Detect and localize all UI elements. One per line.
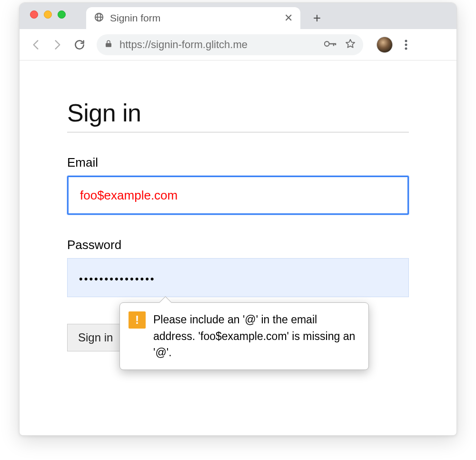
signin-button[interactable]: Sign in	[67, 324, 124, 351]
active-tab[interactable]: Signin form ✕	[86, 7, 300, 29]
password-label: Password	[67, 238, 409, 252]
svg-point-5	[405, 43, 407, 46]
browser-window: Signin form ✕ + https://signin-form.glit…	[19, 2, 457, 436]
url-text: https://signin-form.glitch.me	[119, 39, 248, 51]
toolbar: https://signin-form.glitch.me	[20, 29, 456, 60]
tab-title: Signin form	[110, 12, 160, 24]
warning-icon: !	[129, 311, 146, 329]
email-field-group: Email	[67, 155, 409, 215]
close-window-button[interactable]	[30, 10, 38, 19]
minimize-window-button[interactable]	[44, 10, 52, 19]
menu-button[interactable]	[397, 36, 415, 53]
tab-strip: Signin form ✕ +	[20, 3, 456, 29]
svg-rect-3	[335, 43, 336, 45]
window-controls	[20, 3, 66, 19]
maximize-window-button[interactable]	[58, 10, 66, 19]
svg-point-0	[325, 41, 329, 46]
svg-point-6	[405, 47, 407, 50]
reload-button[interactable]	[71, 36, 88, 53]
address-bar[interactable]: https://signin-form.glitch.me	[97, 34, 363, 55]
back-button[interactable]	[27, 36, 44, 53]
lock-icon	[104, 40, 113, 50]
page-heading: Sign in	[67, 99, 409, 132]
password-field-group: Password	[67, 238, 409, 297]
new-tab-button[interactable]: +	[307, 8, 327, 28]
key-icon[interactable]	[324, 40, 337, 50]
svg-rect-1	[329, 43, 336, 44]
globe-icon	[94, 12, 104, 25]
svg-rect-2	[333, 43, 334, 46]
email-label: Email	[67, 155, 409, 170]
profile-avatar[interactable]	[377, 37, 393, 53]
email-input[interactable]	[67, 176, 409, 215]
forward-button[interactable]	[49, 36, 66, 53]
validation-tooltip: ! Please include an '@' in the email add…	[119, 302, 369, 370]
validation-message: Please include an '@' in the email addre…	[153, 311, 360, 361]
password-input[interactable]	[67, 258, 409, 297]
svg-point-4	[405, 40, 407, 42]
bookmark-icon[interactable]	[345, 39, 356, 51]
close-tab-button[interactable]: ✕	[284, 12, 293, 24]
page-content: Sign in Email Password Sign in ! Please …	[20, 60, 456, 390]
